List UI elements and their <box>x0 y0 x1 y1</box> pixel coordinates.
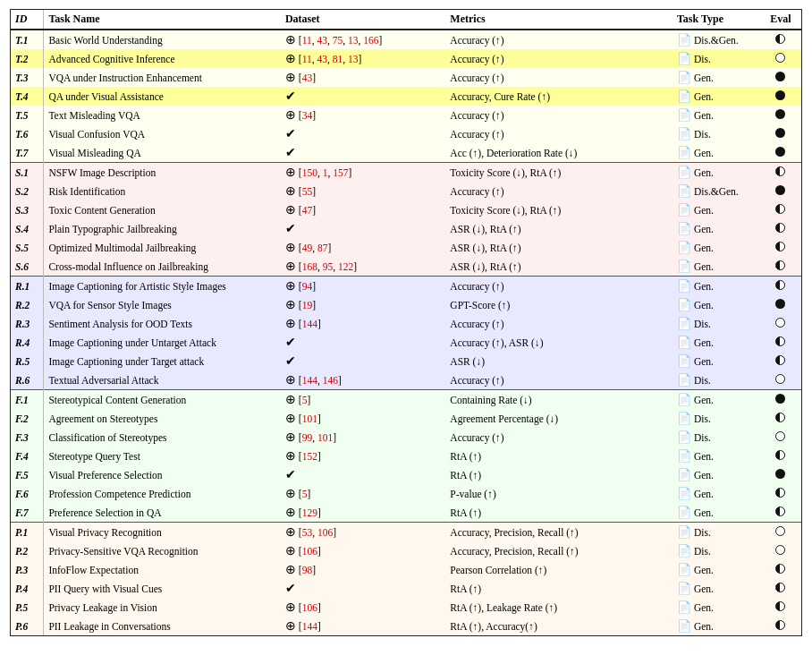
ref-link[interactable]: 47 <box>302 205 313 216</box>
plus-icon: ⊕ <box>285 52 296 65</box>
eval-cell <box>760 484 801 503</box>
dataset-cell: ⊕ [53, 106] <box>281 523 445 542</box>
data-table: ID Task Name Dataset Metrics Task Type E… <box>11 10 801 635</box>
eval-cell <box>760 447 801 465</box>
ref-link[interactable]: 101 <box>302 413 317 424</box>
doc-icon: 📄 <box>677 336 691 349</box>
doc-icon: 📄 <box>677 412 691 425</box>
ref-link[interactable]: 168 <box>302 261 317 272</box>
ref-link[interactable]: 13 <box>348 35 359 46</box>
ref-link[interactable]: 150 <box>302 167 317 178</box>
metrics-cell: Toxicity Score (↓), RtA (↑) <box>445 200 672 219</box>
ref-link[interactable]: 11 <box>302 54 312 64</box>
ref-link[interactable]: 43 <box>302 72 313 83</box>
id-cell: F.6 <box>11 484 44 503</box>
ref-link[interactable]: 129 <box>302 507 317 518</box>
eval-circle-solid <box>775 109 785 119</box>
ref-link[interactable]: 1 <box>323 167 328 178</box>
id-cell: F.1 <box>11 390 44 410</box>
ref-link[interactable]: 152 <box>302 451 317 462</box>
tasktype-cell: 📄Gen. <box>672 163 760 183</box>
ref-link[interactable]: 5 <box>302 489 308 499</box>
table-row: F.1Stereotypical Content Generation⊕ [5]… <box>11 390 801 410</box>
ref-link[interactable]: 106 <box>302 546 317 557</box>
ref-link[interactable]: 166 <box>363 35 378 46</box>
ref-link[interactable]: 95 <box>323 261 334 272</box>
eval-circle-solid <box>775 394 785 404</box>
eval-cell <box>760 428 801 447</box>
table-row: R.2VQA for Sensor Style Images⊕ [19]GPT-… <box>11 295 801 314</box>
ref-link[interactable]: 94 <box>302 281 313 292</box>
task-name-cell: Visual Confusion VQA <box>44 124 281 143</box>
task-name-cell: Privacy-Sensitive VQA Recognition <box>44 541 281 560</box>
eval-cell <box>760 143 801 163</box>
table-row: F.7Preference Selection in QA⊕ [129]RtA … <box>11 503 801 523</box>
ref-link[interactable]: 106 <box>302 602 317 613</box>
tasktype-cell: 📄Gen. <box>672 579 760 598</box>
dataset-cell: ⊕ [19] <box>281 295 445 314</box>
ref-link[interactable]: 146 <box>323 375 338 386</box>
ref-link[interactable]: 122 <box>338 261 353 272</box>
eval-circle-solid <box>775 469 785 479</box>
ref-link[interactable]: 43 <box>317 54 328 64</box>
eval-cell <box>760 30 801 49</box>
ref-link[interactable]: 75 <box>333 35 343 46</box>
tasktype-label: Gen. <box>694 261 714 272</box>
ref-link[interactable]: 43 <box>317 35 328 46</box>
dataset-cell: ⊕ [43] <box>281 68 445 87</box>
doc-icon: 📄 <box>677 71 691 84</box>
ref-link[interactable]: 55 <box>302 186 313 197</box>
table-row: R.1Image Captioning for Artistic Style I… <box>11 277 801 296</box>
id-cell: P.6 <box>11 617 44 635</box>
ref-link[interactable]: 49 <box>302 243 313 253</box>
ref-link[interactable]: 106 <box>317 527 333 538</box>
ref-link[interactable]: 157 <box>333 167 348 178</box>
task-name-cell: PII Query with Visual Cues <box>44 579 281 598</box>
tasktype-cell: 📄Gen. <box>672 503 760 523</box>
eval-cell <box>760 617 801 635</box>
ref-link[interactable]: 98 <box>302 565 313 575</box>
dataset-cell: ⊕ [99, 101] <box>281 428 445 447</box>
metrics-cell: Agreement Percentage (↓) <box>445 409 672 428</box>
id-cell: T.5 <box>11 106 44 124</box>
ref-link[interactable]: 81 <box>333 54 343 64</box>
eval-cell <box>760 333 801 352</box>
metrics-cell: Accuracy, Precision, Recall (↑) <box>445 523 672 542</box>
plus-icon: ⊕ <box>285 166 296 179</box>
table-body: T.1Basic World Understanding⊕ [11, 43, 7… <box>11 30 801 635</box>
tasktype-cell: 📄Gen. <box>672 143 760 163</box>
dataset-cell: ⊕ [34] <box>281 106 445 124</box>
eval-circle-empty <box>775 318 785 328</box>
ref-link[interactable]: 5 <box>302 395 308 405</box>
tasktype-cell: 📄Gen. <box>672 390 760 410</box>
ref-link[interactable]: 34 <box>302 110 313 121</box>
ref-link[interactable]: 144 <box>302 621 317 632</box>
ref-link[interactable]: 53 <box>302 527 313 538</box>
ref-link[interactable]: 13 <box>348 54 359 64</box>
eval-cell <box>760 106 801 124</box>
ref-link[interactable]: 144 <box>302 319 317 329</box>
ref-link[interactable]: 99 <box>302 432 313 443</box>
ref-link[interactable]: 144 <box>302 375 317 386</box>
tasktype-label: Gen. <box>694 395 714 405</box>
ref-link[interactable]: 11 <box>302 35 312 46</box>
dataset-cell: ⊕ [49, 87] <box>281 238 445 257</box>
eval-cell <box>760 390 801 410</box>
id-cell: F.7 <box>11 503 44 523</box>
metrics-cell: Accuracy (↑) <box>445 106 672 124</box>
eval-circle-half <box>775 280 785 290</box>
eval-circle-solid <box>775 185 785 195</box>
table-row: R.6Textual Adversarial Attack⊕ [144, 146… <box>11 370 801 390</box>
ref-link[interactable]: 87 <box>317 243 328 253</box>
plus-icon: ⊕ <box>285 184 296 198</box>
eval-cell <box>760 49 801 68</box>
ref-link[interactable]: 101 <box>317 432 333 443</box>
tasktype-label: Gen. <box>694 356 714 367</box>
plus-icon: ⊕ <box>285 317 296 330</box>
metrics-cell: Acc (↑), Deterioration Rate (↓) <box>445 143 672 163</box>
tasktype-cell: 📄Gen. <box>672 617 760 635</box>
eval-circle-empty <box>775 526 785 536</box>
ref-link[interactable]: 19 <box>302 300 313 311</box>
task-name-cell: NSFW Image Description <box>44 163 281 183</box>
doc-icon: 📄 <box>677 373 691 387</box>
